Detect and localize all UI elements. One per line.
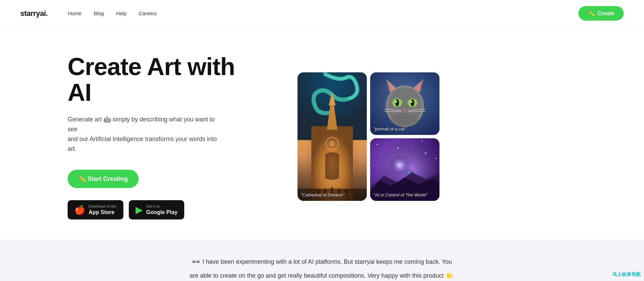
svg-point-25	[410, 101, 412, 103]
svg-point-31	[391, 113, 419, 127]
pencil-icon: ✏️	[588, 10, 595, 17]
svg-point-37	[422, 141, 423, 142]
svg-point-41	[373, 165, 374, 166]
hero-title: Create Art with AI	[68, 54, 257, 105]
app-store-large-text: App Store	[89, 209, 117, 215]
svg-point-43	[411, 144, 412, 145]
art-card-cat: "portrait of a cat"	[370, 72, 439, 135]
svg-point-42	[425, 153, 426, 154]
art-card-cathedral: "Cathedral of Dreams"	[297, 72, 367, 201]
nav-help[interactable]: Help	[116, 10, 126, 16]
store-buttons: 🍎 Download on the App Store ▶ Get it on …	[68, 200, 257, 219]
svg-point-36	[397, 147, 399, 149]
play-icon: ▶	[136, 205, 143, 215]
google-play-large-text: Google Play	[146, 209, 177, 215]
art-cards-grid: "Cathedral of Dreams"	[297, 72, 439, 201]
app-store-small-text: Download on the	[89, 204, 117, 209]
nav-blog[interactable]: Blog	[94, 10, 104, 16]
hero-content: Create Art with AI Generate art 🤖 simply…	[68, 54, 257, 219]
svg-point-40	[435, 158, 436, 159]
hero-section: Create Art with AI Generate art 🤖 simply…	[0, 27, 644, 240]
google-play-small-text: Get it on	[146, 204, 177, 209]
svg-point-24	[395, 101, 397, 103]
svg-rect-12	[297, 72, 367, 201]
art-card-cat-label: "portrait of a cat"	[374, 126, 436, 132]
app-store-button[interactable]: 🍎 Download on the App Store	[68, 200, 123, 219]
google-play-button[interactable]: ▶ Get it on Google Play	[129, 200, 184, 219]
corner-watermark: 马上收录导航	[612, 272, 641, 278]
art-card-space: "AI in Control of The World"	[370, 138, 439, 201]
art-card-cathedral-label: "Cathedral of Dreams"	[301, 192, 363, 197]
svg-point-38	[429, 146, 429, 147]
nav-home[interactable]: Home	[68, 10, 81, 16]
navbar: starryai. Home Blog Help Careers ✏️ Crea…	[0, 0, 644, 27]
hero-subtitle: Generate art 🤖 simply by describing what…	[68, 115, 223, 154]
svg-point-35	[387, 142, 388, 143]
svg-point-34	[377, 144, 378, 145]
create-button[interactable]: ✏️ Create	[578, 6, 624, 21]
svg-point-39	[380, 155, 381, 155]
svg-point-22	[396, 99, 399, 107]
testimonial-quote: I have been experimenting with a lot of …	[187, 257, 457, 281]
testimonial-section: I have been experimenting with a lot of …	[0, 240, 644, 281]
apple-icon: 🍎	[74, 206, 85, 214]
nav-links: Home Blog Help Careers	[68, 10, 578, 17]
nav-careers[interactable]: Careers	[139, 10, 157, 16]
svg-point-23	[411, 99, 414, 107]
art-card-space-label: "AI in Control of The World"	[374, 192, 436, 197]
start-creating-button[interactable]: ✏️ Start Creating	[68, 170, 139, 188]
logo[interactable]: starryai.	[20, 9, 48, 18]
